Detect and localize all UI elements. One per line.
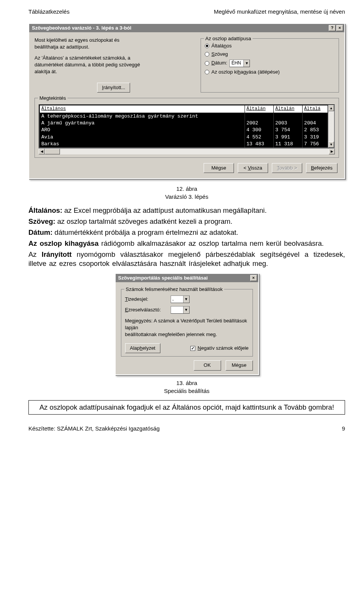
advanced-titlebar: Szövegimportálás speciális beállításai ×	[116, 274, 258, 282]
ok-button[interactable]: OK	[194, 360, 221, 370]
fig13-number: 13. ábra	[28, 379, 345, 387]
radio-date[interactable]: Dátum: ÉHN ▼	[205, 59, 335, 68]
close-button[interactable]: ×	[250, 275, 257, 281]
preview-cell: 2002	[245, 120, 273, 127]
close-button[interactable]: ×	[336, 25, 343, 31]
footer-left: Készítette: SZÁMALK Zrt, Szakképzési Iga…	[28, 424, 160, 432]
preview-cell: Avia	[40, 134, 245, 141]
preview-cell	[274, 113, 303, 120]
wizard-title: Szövegbeolvasó varázsló - 3. lépés a 3-b…	[30, 25, 131, 31]
preview-cell: 13 483	[245, 141, 273, 148]
advanced-dialog: Szövegimportálás speciális beállításai ×…	[115, 273, 259, 375]
fig12-number: 12. ábra	[28, 185, 345, 193]
intro-text: Most kijelölheti az egyes oszlopokat és …	[35, 37, 193, 50]
preview-cell: 7 756	[303, 141, 328, 148]
chevron-down-icon: ▼	[243, 60, 249, 67]
scroll-left-icon: ◀	[39, 149, 45, 154]
intro-line1: Most kijelölheti az egyes oszlopokat és	[35, 37, 193, 44]
number-settings-legend: Számok felismeréséhez használt beállítás…	[124, 286, 224, 293]
preview-cell: 4 300	[245, 127, 273, 134]
date-format-value: ÉHN	[231, 60, 243, 66]
preview-table: Általános Általán Általán Általá A teher…	[39, 105, 328, 148]
desc-line3: alakítja át.	[35, 68, 193, 75]
preview-cell: 2004	[303, 120, 328, 127]
preview-header: Általán	[274, 105, 303, 113]
back-button[interactable]: < Vissza	[238, 163, 268, 173]
checkbox-icon: ✓	[190, 346, 195, 351]
para-text: Szöveg: az oszlop tartalmát szöveges ada…	[28, 217, 345, 226]
thousands-label: Ezreselválasztó:	[125, 306, 167, 313]
noteap-note-line1: Megjegyzés: A számok a Vezérlőpult Terül…	[125, 317, 249, 331]
chevron-down-icon: ▼	[183, 306, 189, 313]
preview-area: Általános Általán Általán Általá A teher…	[39, 104, 335, 148]
fig13-caption: Speciális beállítás	[28, 387, 345, 395]
fig12-caption: Varázsló 3. lépés	[28, 193, 345, 201]
preview-cell	[245, 113, 273, 120]
preview-cell	[303, 113, 328, 120]
preview-cell: 4 552	[245, 134, 273, 141]
preview-cell: 2003	[274, 120, 303, 127]
advanced-title: Szövegimportálás speciális beállításai	[117, 275, 208, 281]
preview-cell: 3 319	[303, 134, 328, 141]
preview-cell: A tehergépkocsi-állomány megoszlása gyár…	[40, 113, 245, 120]
header-left: Táblázatkezelés	[28, 8, 69, 16]
preview-cell: ARO	[40, 127, 245, 134]
desc-line1: Az 'Általános' a számértékeket számokká,…	[35, 55, 193, 61]
cancel-button[interactable]: Mégse	[204, 163, 234, 173]
decimal-dropdown[interactable]: , ▼	[171, 295, 190, 303]
radio-icon	[205, 61, 209, 66]
preview-cell: 3 754	[274, 127, 303, 134]
note-line2: beállítottaknak megfelelően jelennek meg…	[125, 331, 249, 338]
note-text: Megjegyzés: A számok a Vezérlőpult Terül…	[125, 317, 249, 338]
horizontal-scrollbar[interactable]: ◀ ▶	[39, 148, 335, 154]
preview-header: Általános	[40, 105, 245, 113]
radio-icon	[205, 52, 209, 57]
preview-cell: 2 853	[303, 127, 328, 134]
chevron-down-icon: ▼	[183, 296, 189, 303]
next-button[interactable]: Tovább >	[272, 163, 302, 173]
instruction-box: Az oszlopok adattípusainak fogadjuk el a…	[28, 400, 345, 415]
wizard-dialog: Szövegbeolvasó varázsló - 3. lépés a 3-b…	[28, 23, 345, 179]
help-button[interactable]: ?	[329, 25, 336, 31]
decimal-value: ,	[173, 296, 183, 302]
para-skip: Az oszlop kihagyása rádiógomb alkalmazás…	[28, 239, 345, 248]
para-general: Általános: az Excel megpróbálja az adatt…	[28, 206, 345, 215]
radio-icon	[205, 44, 209, 48]
para-advanced: Az Irányított nyomógomb választásakor me…	[28, 250, 345, 268]
desc-text: Az 'Általános' a számértékeket számokká,…	[35, 55, 193, 75]
date-format-dropdown[interactable]: ÉHN ▼	[229, 60, 250, 67]
preview-header: Általán	[245, 105, 273, 113]
radio-icon	[205, 70, 209, 74]
finish-button[interactable]: Befejezés	[306, 163, 337, 173]
negative-checkbox[interactable]: ✓ Negatív számok előjele	[190, 345, 248, 352]
radio-general[interactable]: Általános	[205, 42, 335, 50]
header-right: Meglévő munkafüzet megnyitása, mentése ú…	[214, 8, 345, 16]
desc-line2: dátumértéket dátummá, a többit pedig szö…	[35, 61, 193, 68]
reset-button[interactable]: Alaphelyzet	[125, 343, 160, 353]
decimal-label: Tizedesjel:	[125, 296, 167, 303]
preview-cell: 11 318	[274, 141, 303, 148]
preview-cell: A jármű gyártmánya	[40, 120, 245, 127]
radio-text[interactable]: Szöveg	[205, 50, 335, 58]
intro-line2: beállíthatja az adattípust.	[35, 44, 193, 50]
thousands-dropdown[interactable]: ▼	[171, 306, 190, 314]
cancel-button-2[interactable]: Mégse	[226, 360, 253, 370]
scroll-down-icon: ▼	[328, 141, 334, 148]
preview-legend: Megtekintés	[38, 95, 67, 102]
preview-cell: Barkas	[40, 141, 245, 148]
page-number: 9	[342, 424, 345, 432]
wizard-titlebar: Szövegbeolvasó varázsló - 3. lépés a 3-b…	[29, 24, 344, 32]
scroll-right-icon: ▶	[329, 149, 335, 154]
para-date: Dátum: dátumértékként próbálja a program…	[28, 228, 345, 237]
radio-skip[interactable]: Az oszlop kihagyása (átlépése)	[205, 68, 335, 76]
scroll-up-icon: ▲	[328, 105, 334, 111]
advanced-button[interactable]: Irányított...	[97, 83, 130, 93]
preview-header: Általá	[303, 105, 328, 113]
preview-cell: 3 991	[274, 134, 303, 141]
vertical-scrollbar[interactable]: ▲ ▼	[328, 105, 334, 148]
col-type-legend: Az oszlop adattípusa	[204, 35, 253, 42]
